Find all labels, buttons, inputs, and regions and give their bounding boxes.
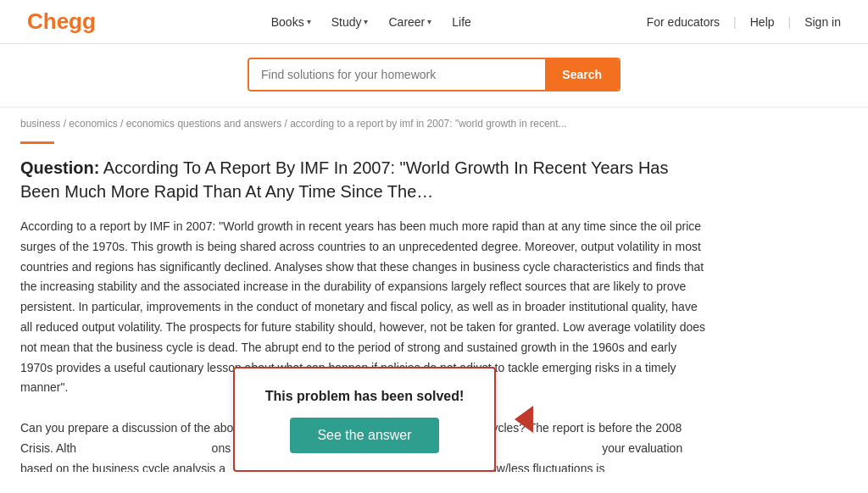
nav-life-label: Life <box>452 15 471 29</box>
see-answer-button[interactable]: See the answer <box>290 418 438 453</box>
nav-study[interactable]: Study ▾ <box>331 15 369 29</box>
search-section: Search <box>0 44 868 108</box>
arrow-indicator <box>515 406 533 433</box>
for-educators-link[interactable]: For educators <box>647 15 720 29</box>
question-label: Question: <box>20 158 99 177</box>
content-text-wrapper: According to a report by IMF in 2007: "W… <box>20 217 709 472</box>
modal-wrapper: This problem has been solved! See the an… <box>233 367 496 472</box>
search-input[interactable] <box>249 59 545 90</box>
header-right: For educators | Help | Sign in <box>647 15 841 29</box>
solved-modal: This problem has been solved! See the an… <box>233 367 496 472</box>
arrow-icon <box>515 406 533 433</box>
header: Chegg Books ▾ Study ▾ Career ▾ Life For … <box>0 0 868 44</box>
main-content: Question: According To A Report By IMF I… <box>0 156 729 472</box>
main-nav: Books ▾ Study ▾ Career ▾ Life <box>271 15 471 29</box>
search-button[interactable]: Search <box>545 59 619 90</box>
nav-books[interactable]: Books ▾ <box>271 15 311 29</box>
help-link[interactable]: Help <box>750 15 775 29</box>
nav-career[interactable]: Career ▾ <box>388 15 431 29</box>
nav-career-label: Career <box>388 15 425 29</box>
nav-books-arrow: ▾ <box>307 17 311 26</box>
chegg-logo[interactable]: Chegg <box>27 8 96 35</box>
nav-life[interactable]: Life <box>452 15 471 29</box>
breadcrumb: business / economics / economics questio… <box>0 108 868 135</box>
orange-accent-bar <box>20 141 54 144</box>
divider-1: | <box>733 15 737 29</box>
nav-study-label: Study <box>331 15 362 29</box>
question-title: Question: According To A Report By IMF I… <box>20 156 709 203</box>
modal-title: This problem has been solved! <box>252 389 477 404</box>
sign-in-link[interactable]: Sign in <box>804 15 841 29</box>
nav-career-arrow: ▾ <box>427 17 431 26</box>
breadcrumb-text: business / economics / economics questio… <box>20 118 567 130</box>
nav-study-arrow: ▾ <box>364 17 368 26</box>
nav-books-label: Books <box>271 15 304 29</box>
question-title-text: According To A Report By IMF In 2007: "W… <box>20 158 669 201</box>
divider-2: | <box>788 15 792 29</box>
search-bar: Search <box>248 58 620 91</box>
